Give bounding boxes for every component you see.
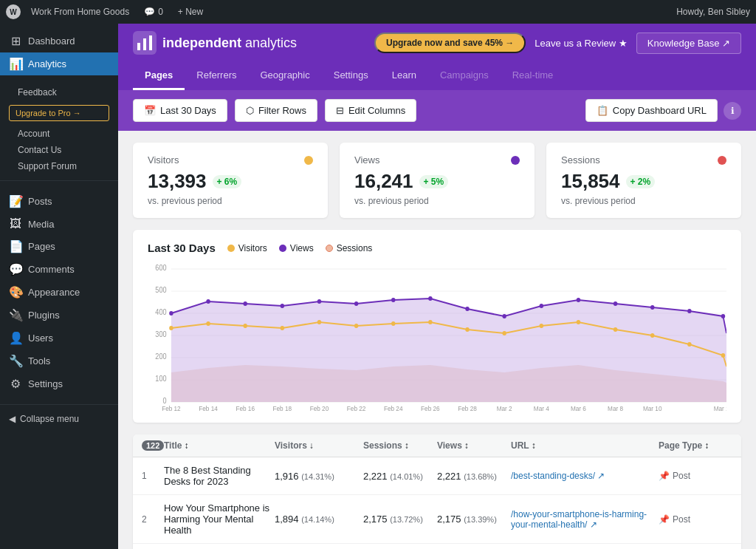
stat-sessions-number: 15,854 [561,170,620,193]
col-views[interactable]: Views ↕ [437,440,511,451]
tab-geographic-label: Geographic [261,69,310,81]
svg-point-39 [281,326,284,330]
sort-pagetype-icon: ↕ [704,440,709,451]
row-url-2[interactable]: /how-your-smartphone-is-harming-your-men… [511,509,659,530]
svg-point-25 [354,301,358,306]
col-title[interactable]: Title ↕ [164,440,275,451]
sidebar-sub-feedback[interactable]: Feedback [0,84,118,100]
svg-marker-19 [171,299,726,402]
stat-views-compare: vs. previous period [354,196,520,206]
knowledge-base-label: Knowledge Base ↗ [647,38,730,49]
sidebar-sub-account[interactable]: Account [0,126,118,142]
svg-text:Feb 20: Feb 20 [310,405,329,411]
admin-bar-comments[interactable]: 💬 0 [140,7,168,17]
svg-text:Feb 16: Feb 16 [236,405,255,411]
edit-columns-btn[interactable]: ⊟ Edit Columns [325,99,416,122]
sidebar-appearance-label: Appearance [28,287,80,298]
svg-point-46 [540,324,543,328]
copy-url-btn[interactable]: 📋 Copy Dashboard URL [585,99,718,122]
row-pagetype-text-2: Post [673,514,690,525]
legend-views[interactable]: Views [279,243,314,253]
sidebar-item-posts[interactable]: 📝 Posts [0,190,118,213]
sidebar-item-plugins[interactable]: 🔌 Plugins [0,304,118,327]
col-url[interactable]: URL ↕ [511,440,659,451]
col-pagetype[interactable]: Page Type ↕ [659,440,732,451]
tab-learn[interactable]: Learn [380,62,428,90]
svg-point-33 [650,305,654,310]
edit-columns-label: Edit Columns [348,105,405,116]
svg-text:Feb 18: Feb 18 [273,405,292,411]
sidebar-upgrade-btn[interactable]: Upgrade to Pro → [9,105,109,121]
admin-bar-site[interactable]: Work From Home Goods [27,7,134,17]
svg-point-36 [169,326,173,330]
tab-settings[interactable]: Settings [322,62,380,90]
upgrade-banner-label: Upgrade now and save 45% → [386,38,514,48]
admin-bar-new-label: + New [178,7,203,17]
filter-rows-label: Filter Rows [258,105,306,116]
table-header: 122 Title ↕ Visitors ↓ Sessions ↕ [133,434,741,457]
sidebar-item-tools[interactable]: 🔧 Tools [0,349,118,372]
svg-point-23 [281,304,284,308]
svg-text:Mar 4: Mar 4 [534,405,549,411]
col-visitors[interactable]: Visitors ↓ [275,440,363,451]
row-title-text-1: The 8 Best Standing Desks for 2023 [164,465,251,487]
row-num-1: 1 [142,471,164,481]
last-days-btn[interactable]: 📅 Last 30 Days [133,99,227,122]
sidebar-plugins-label: Plugins [28,310,60,321]
svg-point-48 [614,327,617,332]
svg-point-29 [502,314,506,318]
svg-point-41 [354,324,358,328]
last-days-label: Last 30 Days [160,105,216,116]
svg-rect-2 [143,38,146,50]
leave-review-btn[interactable]: Leave us a Review ★ [535,38,627,49]
legend-visitors[interactable]: Visitors [227,243,267,253]
wp-logo-icon[interactable]: W [6,4,21,19]
sidebar-sub-support[interactable]: Support Forum [0,158,118,174]
stat-visitors-compare: vs. previous period [148,196,313,206]
plugin-logo-text: independent analytics [162,35,297,51]
nav-tabs: Pages Referrers Geographic Settings Lear… [118,62,756,90]
sort-title-icon: ↕ [184,440,188,451]
sort-views-icon: ↕ [464,440,469,451]
info-icon[interactable]: ℹ [724,102,741,120]
toolbar-left: 📅 Last 30 Days ⬡ Filter Rows ⊟ Edit Colu… [133,99,416,122]
row-url-1[interactable]: /best-standing-desks/ ↗ [511,471,659,481]
sidebar-item-appearance[interactable]: 🎨 Appearance [0,281,118,304]
tab-geographic[interactable]: Geographic [249,62,322,90]
sidebar-item-settings[interactable]: ⚙ Settings [0,372,118,395]
admin-bar: W Work From Home Goods 💬 0 + New Howdy, … [0,0,756,24]
filter-icon: ⬡ [246,105,254,116]
sidebar-item-pages[interactable]: 📄 Pages [0,235,118,258]
admin-bar-new[interactable]: + New [173,7,207,17]
stat-visitors-value: 13,393 + 6% [148,170,313,193]
sidebar-item-media[interactable]: 🖼 Media [0,213,118,235]
collapse-menu-btn[interactable]: ◀ Collapse menu [0,408,118,430]
sort-sessions-icon: ↕ [405,440,409,451]
tab-pages[interactable]: Pages [133,62,185,90]
chart-header: Last 30 Days Visitors Views Sessions [148,242,726,254]
settings-icon: ⚙ [9,377,22,391]
sidebar-divider-2 [0,404,118,405]
tab-realtime: Real-time [501,62,566,90]
sidebar-item-dashboard[interactable]: ⊞ Dashboard [0,30,118,52]
chart-svg: 600 500 400 300 200 100 0 [148,263,726,411]
sidebar-item-comments[interactable]: 💬 Comments [0,258,118,281]
svg-point-43 [428,320,432,324]
admin-bar-howdy: Howdy, Ben Sibley [676,7,750,17]
col-sessions[interactable]: Sessions ↕ [363,440,437,451]
col-sessions-label: Sessions [363,440,402,451]
legend-sessions[interactable]: Sessions [326,243,373,253]
sidebar-item-users[interactable]: 👤 Users [0,327,118,349]
sidebar-item-analytics[interactable]: 📊 Analytics [0,52,118,75]
upgrade-banner-btn[interactable]: Upgrade now and save 45% → [374,33,526,53]
col-url-label: URL [511,440,529,451]
stat-views-number: 16,241 [354,170,413,193]
tab-referrers[interactable]: Referrers [185,62,248,90]
sidebar-sub-contact[interactable]: Contact Us [0,142,118,158]
admin-bar-left: W Work From Home Goods 💬 0 + New [6,4,207,19]
row-visitors-val-1: 1,916 [275,471,299,482]
knowledge-base-btn[interactable]: Knowledge Base ↗ [636,33,741,54]
filter-rows-btn[interactable]: ⬡ Filter Rows [235,99,317,122]
plugin-header-right: Upgrade now and save 45% → Leave us a Re… [374,33,741,54]
row-views-val-2: 2,175 [437,514,461,525]
